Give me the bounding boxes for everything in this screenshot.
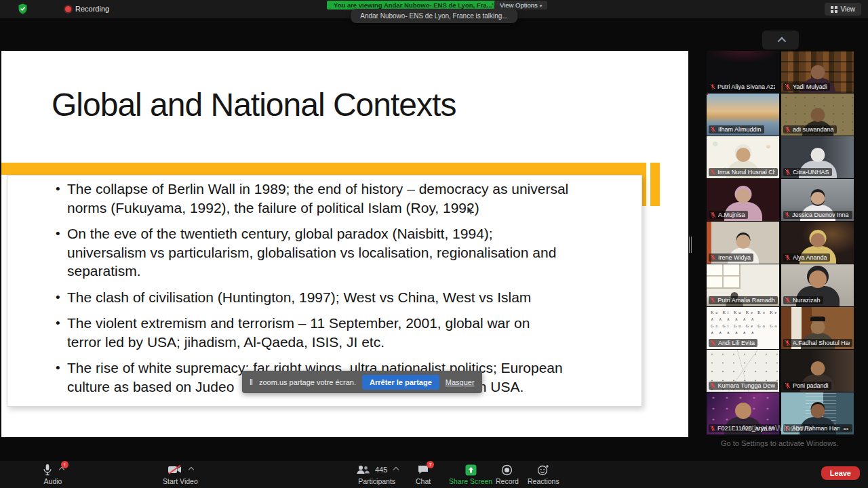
participant-nameplate: Ilham Alimuddin [709,125,764,134]
zoom-meeting-window: Recording You are viewing Andar Nubowo- … [0,0,868,488]
participant-nameplate: Citra-UNHAS [783,168,832,176]
meeting-top-bar: Recording You are viewing Andar Nubowo- … [0,0,868,18]
participant-video-tile[interactable]: Ka Ki Ku Ke Ko Ke ∧ ∧ ∧ ∧ ∧ ∧ Ga Gi Gu G… [707,307,779,349]
participant-name: Putri Amalia Ramadh... [717,297,775,304]
participant-name: A.Mujnisa [718,211,745,218]
start-video-button[interactable]: Start Video [163,463,198,485]
participant-name: Kumara Tungga Dewa [717,382,775,389]
mic-muted-icon [710,297,715,304]
screen-share-notification: ‖ zoom.us partage votre écran. Arrêter l… [242,371,482,393]
leave-button[interactable]: Leave [821,466,860,480]
participant-video-tile[interactable]: Nurazizah [781,264,854,306]
participant-video-tile[interactable]: Poni padandi [781,350,854,392]
share-screen-button[interactable]: Share Screen [449,463,492,485]
participant-nameplate: Yadi Mulyadi [783,83,830,91]
mic-muted-icon [785,254,791,261]
bullet-item: The collapse of Berlin Wall in 1989; the… [67,180,621,217]
participant-nameplate: A.Fadhal Shoutul Haq [783,339,852,347]
participant-video-tile[interactable]: A.Fadhal Shoutul Haq [781,307,854,349]
participant-video-tile[interactable]: Irene Widya [707,222,779,264]
more-options-button[interactable]: ••• [842,426,850,431]
participant-video-tile[interactable]: Alya Ananda [781,222,854,264]
recording-label: Recording [75,5,109,13]
participant-video-tile[interactable]: Kumara Tungga Dewa [707,350,779,392]
audio-button[interactable]: ! Audio [42,463,64,485]
activate-windows-hint: Go to Settings to activate Windows. [721,439,839,447]
active-speaker-toast: Andar Nubowo- ENS de Lyon, France is tal… [351,9,517,23]
meeting-toolbar: ! Audio Start Video 445 Participants [0,461,868,488]
participant-name: Jessica Duenov Inna I... [792,211,850,218]
pause-share-icon[interactable]: ‖ [250,378,253,387]
microphone-icon [42,464,53,476]
activate-windows-watermark: Activate Windows [741,423,811,433]
sidebar-collapse-button[interactable] [762,30,799,49]
mic-muted-icon [710,83,715,90]
chat-unread-badge: 7 [427,461,434,468]
mic-muted-icon [710,382,715,389]
mic-muted-icon [785,126,791,133]
mouse-cursor-icon [467,205,475,219]
participant-nameplate: Irene Widya [709,253,753,262]
mic-muted-icon [785,382,791,389]
participants-button[interactable]: 445 Participants [355,463,398,485]
participants-icon [355,464,370,475]
participant-nameplate: Putri Amalia Ramadh... [709,296,778,304]
mic-muted-icon [710,126,716,133]
participant-nameplate: Jessica Duenov Inna I... [783,211,852,219]
chat-button[interactable]: 7 Chat [416,463,431,485]
grid-view-icon [831,6,837,13]
participant-name: adi suwandana [793,126,834,133]
slide-title: Global and National Contexts [52,86,456,123]
video-options-chevron-icon[interactable] [189,467,194,472]
participant-video-tile[interactable]: adi suwandana [781,94,854,136]
record-button[interactable]: Record [496,463,519,485]
mic-muted-icon [710,169,715,176]
participant-video-tile[interactable]: A.Mujnisa [707,179,779,221]
participant-video-tile[interactable]: Putri Aliya Sivana Azz... [707,51,779,93]
stop-share-button[interactable]: Arrêter le partage [362,375,439,390]
mic-muted-icon [785,297,791,304]
participant-video-sidebar: Putri Aliya Sivana Azz... Yadi Mulyadi I… [707,51,854,437]
participant-video-tile[interactable]: Irma Nurul Husnal Ch... [707,136,779,178]
participant-nameplate: A.Mujnisa [709,211,748,219]
participant-nameplate: Putri Aliya Sivana Azz... [709,83,778,91]
video-thumbnail [707,264,739,287]
mic-muted-icon [710,254,716,261]
participant-name: Putri Aliya Sivana Azz... [717,83,775,90]
encryption-shield-icon [18,3,28,17]
participant-name: Poni padandi [793,382,829,389]
participant-name: Ilham Alimuddin [718,126,762,133]
bullet-item: The clash of civilisation (Huntington, 1… [67,288,621,307]
reactions-button[interactable]: Reactions [528,463,559,485]
participant-video-tile[interactable]: Jessica Duenov Inna I... [781,179,854,221]
participant-video-tile[interactable]: Putri Amalia Ramadh... [707,264,779,306]
mic-muted-icon [785,169,791,176]
mic-muted-icon [785,211,790,218]
participant-video-tile[interactable]: Yadi Mulyadi [781,51,854,93]
bullet-item: The violent extremism and terrorism – 11… [67,314,621,351]
participant-nameplate: Kumara Tungga Dewa [709,382,778,390]
panel-splitter-handle[interactable] [689,237,692,253]
participant-nameplate: Andi Lili Evita [709,339,757,347]
participant-name: Nurazizah [793,297,821,304]
mic-muted-icon [785,83,791,90]
participant-nameplate: Nurazizah [783,296,823,304]
participants-count: 445 [375,466,387,474]
mic-muted-icon [710,211,716,218]
participant-video-tile[interactable]: Ilham Alimuddin [707,94,779,136]
participant-nameplate: Poni padandi [783,382,831,390]
participant-nameplate: Alya Ananda [783,253,830,262]
share-message: zoom.us partage votre écran. [259,378,356,386]
view-button[interactable]: View [825,3,862,16]
camera-off-icon [167,464,182,475]
slide-bullet-list: The collapse of Berlin Wall in 1989; the… [67,180,621,396]
chevron-down-icon: ▾ [539,3,542,9]
participant-video-tile[interactable]: Citra-UNHAS [781,136,854,178]
participant-nameplate: adi suwandana [783,125,837,134]
slide-accent-bar [650,163,660,206]
hide-toast-link[interactable]: Masquer [446,378,475,386]
participants-options-chevron-icon[interactable] [393,467,399,472]
slide-accent-band [1,163,646,175]
chevron-up-icon [777,37,786,45]
participant-name: Alya Ananda [793,254,827,261]
